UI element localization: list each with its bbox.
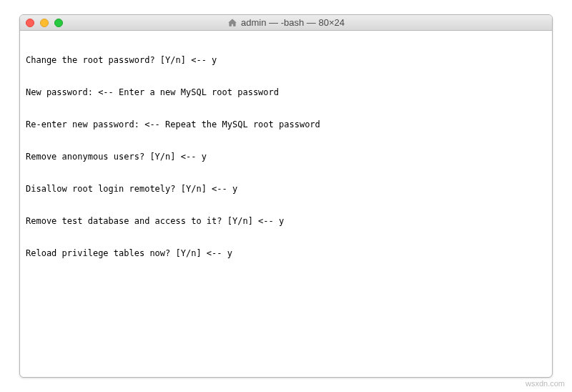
terminal-line: Remove anonymous users? [Y/n] <-- y — [26, 152, 546, 162]
close-button[interactable] — [26, 19, 34, 27]
terminal-body[interactable]: Change the root password? [Y/n] <-- y Ne… — [20, 31, 552, 377]
traffic-lights — [26, 19, 63, 27]
terminal-line: Re-enter new password: <-- Repeat the My… — [26, 119, 546, 130]
terminal-line: Change the root password? [Y/n] <-- y — [26, 55, 546, 66]
minimize-button[interactable] — [40, 19, 49, 27]
terminal-window: admin — -bash — 80×24 Change the root pa… — [19, 14, 553, 378]
watermark: wsxdn.com — [526, 379, 565, 388]
window-title-wrap: admin — -bash — 80×24 — [20, 17, 552, 28]
terminal-line: New password: <-- Enter a new MySQL root… — [26, 87, 546, 98]
window-title: admin — -bash — 80×24 — [241, 17, 345, 28]
terminal-line: Reload privilege tables now? [Y/n] <-- y — [26, 248, 546, 259]
terminal-line: Disallow root login remotely? [Y/n] <-- … — [26, 184, 546, 195]
titlebar[interactable]: admin — -bash — 80×24 — [20, 15, 552, 31]
maximize-button[interactable] — [54, 19, 63, 27]
home-icon — [227, 18, 237, 28]
terminal-line: Remove test database and access to it? [… — [26, 216, 546, 227]
